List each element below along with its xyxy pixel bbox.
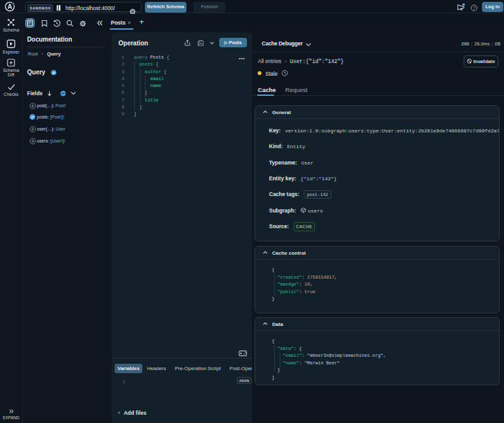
svg-text:A: A — [8, 3, 12, 10]
svg-text:?: ? — [473, 6, 476, 10]
